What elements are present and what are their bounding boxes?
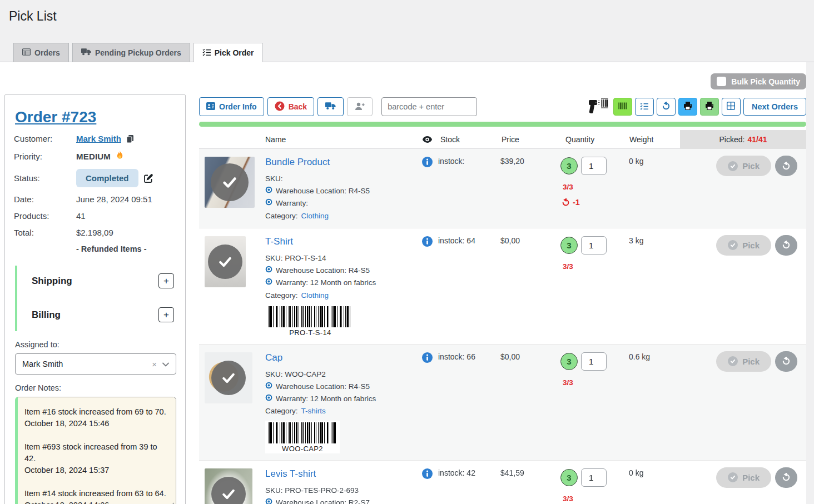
print-blue-button[interactable]	[678, 98, 697, 116]
scan-mode-button[interactable]	[613, 98, 632, 116]
barcode-scanner-icon	[588, 97, 608, 116]
table-view-button[interactable]	[722, 98, 741, 116]
bullseye-icon	[265, 186, 272, 196]
next-orders-button[interactable]: Next Orders	[743, 98, 806, 116]
reset-button[interactable]	[657, 98, 676, 116]
shipping-section: Shipping +	[32, 273, 176, 288]
table-grid-icon	[727, 102, 735, 112]
shipment-button[interactable]	[317, 97, 344, 116]
quantity-input[interactable]	[581, 157, 607, 175]
category-link[interactable]: T-shirts	[301, 406, 326, 416]
info-icon[interactable]	[422, 468, 433, 504]
status-label: Status:	[14, 173, 76, 183]
tab-orders[interactable]: Orders	[13, 43, 69, 62]
product-name-link[interactable]: Bundle Product	[265, 157, 330, 168]
tab-pick-order[interactable]: Pick Order	[193, 43, 263, 62]
table-icon	[22, 48, 31, 57]
copy-icon[interactable]	[126, 134, 134, 143]
header-name: Name	[263, 135, 416, 144]
undo-pick-button[interactable]	[775, 156, 797, 176]
priority-label: Priority:	[14, 152, 76, 161]
customer-link[interactable]: Mark Smith	[76, 134, 121, 143]
quantity-input[interactable]	[581, 236, 607, 255]
pick-progress-bar	[199, 122, 806, 127]
price-value: $0,00	[499, 228, 560, 344]
product-name-link[interactable]: Levis T-shirt	[265, 468, 316, 480]
info-icon[interactable]	[422, 157, 433, 228]
status-badge: Completed	[76, 169, 138, 187]
clear-selection-icon[interactable]: ×	[152, 360, 157, 369]
eye-icon[interactable]	[416, 136, 438, 143]
pick-button[interactable]: Pick	[716, 156, 771, 176]
product-sku: SKU: WOO-CAP2	[265, 370, 416, 380]
resize-handle-icon[interactable]	[169, 500, 175, 504]
quantity-input[interactable]	[581, 352, 607, 371]
pick-button[interactable]: Pick	[716, 235, 771, 256]
pick-list-view-button[interactable]	[635, 98, 654, 116]
print-green-button[interactable]	[700, 98, 719, 116]
bulk-pick-checkbox[interactable]	[717, 77, 726, 86]
bulk-pick-label: Bulk Pick Quantity	[731, 77, 800, 86]
assigned-to-select[interactable]: Mark Smith ×	[15, 353, 176, 375]
info-icon[interactable]	[422, 236, 433, 344]
weight-value: 0 kg	[627, 461, 680, 504]
picked-check-icon	[208, 244, 242, 279]
undo-pick-button[interactable]	[775, 467, 797, 488]
order-notes-wrap: Item #16 stock increased from 69 to 70. …	[15, 397, 176, 504]
order-info-button[interactable]: Order Info	[199, 97, 264, 116]
picked-check-icon	[211, 163, 249, 201]
check-circle-icon	[728, 472, 738, 482]
tab-bar: Orders Pending Pickup Orders Pick Order	[0, 43, 814, 62]
picked-ratio: 3/3	[560, 262, 627, 271]
order-number-link[interactable]: Order #723	[15, 108, 96, 126]
products-label: Products:	[14, 211, 76, 221]
undo-pick-button[interactable]	[775, 235, 797, 256]
content-panel: Order #723 Customer: Mark Smith Priority…	[0, 62, 814, 504]
product-barcode: WOO-CAP2	[265, 421, 340, 453]
warehouse-location: Warehouse Location: R4-S5	[276, 382, 370, 392]
bulk-pick-quantity-toggle[interactable]: Bulk Pick Quantity	[711, 73, 806, 89]
flame-icon	[116, 151, 124, 162]
products-count: 41	[76, 211, 176, 221]
customer-label: Customer:	[14, 134, 76, 143]
category-link[interactable]: Clothing	[301, 291, 329, 301]
category-link[interactable]: Clothing	[301, 211, 329, 221]
tab-pending-pickup-orders[interactable]: Pending Pickup Orders	[72, 43, 190, 62]
product-sku: SKU: PRO-TES-PRO-2-693	[265, 486, 416, 496]
stock-value: instock: 64	[438, 228, 499, 344]
chevron-down-icon	[162, 360, 169, 368]
product-name-link[interactable]: Cap	[265, 352, 282, 363]
warranty: Warranty: 12 Month on fabrics	[276, 394, 376, 404]
picked-count: 41/41	[747, 135, 767, 144]
assign-user-button[interactable]	[347, 97, 373, 116]
header-picked: Picked: 41/41	[680, 130, 806, 149]
info-icon[interactable]	[422, 352, 433, 460]
shipping-expand-button[interactable]: +	[158, 273, 174, 288]
back-button[interactable]: Back	[267, 97, 314, 116]
checklist-icon	[640, 102, 648, 112]
quantity-badge: 3	[560, 469, 578, 486]
barcode-input[interactable]	[381, 97, 477, 116]
bulk-row: Bulk Pick Quantity	[199, 73, 806, 89]
header-quantity: Quantity	[560, 135, 627, 144]
pick-list-app: Pick List Orders Pending Pickup Orders P…	[0, 0, 814, 504]
product-name-link[interactable]: T-Shirt	[265, 236, 293, 247]
products-table: Name Stock Price Quantity Weight Picked:…	[199, 130, 806, 504]
bullseye-icon	[265, 394, 272, 404]
pick-button[interactable]: Pick	[716, 351, 771, 372]
warehouse-location: Warehouse Location: R4-S5	[276, 266, 370, 276]
billing-expand-button[interactable]: +	[158, 307, 174, 322]
price-value: $0,00	[499, 345, 560, 460]
product-sku: SKU:	[265, 174, 416, 184]
pick-button[interactable]: Pick	[716, 467, 771, 488]
edit-status-icon[interactable]	[143, 173, 153, 183]
undo-pick-button[interactable]	[775, 351, 797, 372]
quantity-input[interactable]	[581, 468, 607, 487]
undo-count: -1	[560, 198, 627, 207]
weight-value: 0.6 kg	[627, 345, 680, 460]
page-title: Pick List	[9, 9, 57, 24]
date-label: Date:	[14, 194, 76, 204]
person-plus-icon	[355, 102, 365, 112]
warranty: Warranty:	[276, 198, 308, 208]
order-notes-textarea[interactable]: Item #16 stock increased from 69 to 70. …	[15, 397, 176, 504]
